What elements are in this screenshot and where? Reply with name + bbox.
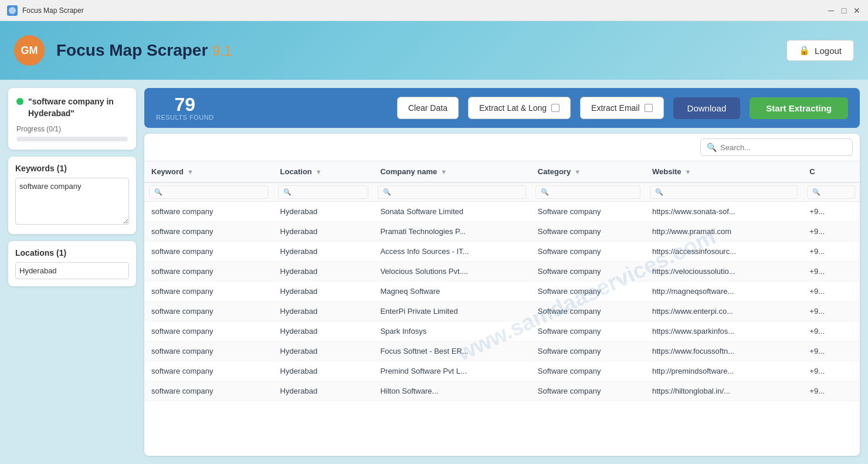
locations-section: Locations (1)	[8, 241, 136, 286]
cell-keyword: software company	[144, 321, 273, 341]
cell-contact: +9...	[802, 262, 860, 282]
close-button[interactable]: ✕	[853, 6, 861, 15]
current-search-text: "software company in Hyderabad"	[28, 96, 128, 119]
cell-category: Software company	[531, 202, 645, 222]
cell-keyword: software company	[144, 262, 273, 282]
table-row: software companyHyderabadPramati Technol…	[144, 222, 860, 242]
cell-location: Hyderabad	[273, 381, 374, 401]
table-row: software companyHyderabadPremind Softwar…	[144, 361, 860, 381]
category-col-filter: 🔍	[531, 182, 645, 202]
title-bar-text: Focus Map Scraper	[22, 6, 827, 15]
extract-email-checkbox[interactable]	[645, 104, 653, 112]
cell-category: Software company	[531, 361, 645, 381]
cell-contact: +9...	[802, 302, 860, 321]
location-col-filter: 🔍	[273, 182, 374, 202]
table-search-bar: 🔍	[144, 134, 860, 161]
avatar: GM	[14, 35, 45, 66]
keywords-section: Keywords (1) software company	[8, 157, 136, 234]
main-layout: "software company in Hyderabad" Progress…	[0, 80, 868, 464]
cell-location: Hyderabad	[273, 302, 374, 321]
cell-company: Hilton Software...	[373, 381, 530, 401]
cell-keyword: software company	[144, 341, 273, 361]
results-label: RESULTS FOUND	[156, 114, 214, 121]
col-header-keyword[interactable]: Keyword ▼	[144, 161, 273, 182]
cell-location: Hyderabad	[273, 202, 374, 222]
cell-company: Sonata Software Limited	[373, 202, 530, 222]
cell-website: http://www.pramati.com	[645, 222, 802, 242]
table-row: software companyHyderabadVelocious Solut…	[144, 262, 860, 282]
cell-website: https://www.sparkinfos...	[645, 321, 802, 341]
cell-category: Software company	[531, 242, 645, 262]
cell-keyword: software company	[144, 242, 273, 262]
cell-contact: +9...	[802, 321, 860, 341]
column-filter-row: 🔍 🔍 🔍 🔍 🔍	[144, 182, 860, 202]
cell-keyword: software company	[144, 381, 273, 401]
col-header-company[interactable]: Company name ▼	[373, 161, 530, 182]
table-container: www.samdaaservices.com 🔍 Keyword	[144, 134, 860, 456]
locations-input[interactable]	[15, 262, 129, 279]
cell-category: Software company	[531, 262, 645, 282]
cell-website: https://accessinfosourc...	[645, 242, 802, 262]
progress-bar-background	[16, 137, 128, 141]
start-extracting-button[interactable]: Start Extracting	[750, 97, 848, 119]
col-header-location[interactable]: Location ▼	[273, 161, 374, 182]
cell-location: Hyderabad	[273, 361, 374, 381]
table-header: Keyword ▼ Location ▼	[144, 161, 860, 202]
app-icon	[7, 5, 18, 16]
location-filter-icon[interactable]: ▼	[316, 168, 322, 175]
cell-company: Velocious Solutions Pvt....	[373, 262, 530, 282]
title-bar: Focus Map Scraper ─ □ ✕	[0, 0, 868, 21]
table-search-icon: 🔍	[707, 143, 717, 152]
app-title: Focus Map Scraper	[56, 41, 208, 59]
search-indicator: "software company in Hyderabad"	[16, 96, 128, 119]
search-card: "software company in Hyderabad" Progress…	[8, 88, 136, 150]
progress-label: Progress (0/1)	[16, 125, 128, 133]
keyword-filter-icon[interactable]: ▼	[187, 168, 194, 175]
category-filter-icon[interactable]: ▼	[574, 168, 581, 175]
cell-contact: +9...	[802, 341, 860, 361]
toolbar: 79 RESULTS FOUND Clear Data Extract Lat …	[144, 88, 860, 128]
svg-point-0	[9, 7, 16, 14]
app-version: 9.1	[212, 43, 232, 59]
extract-email-button[interactable]: Extract Email	[580, 97, 663, 119]
keywords-input[interactable]: software company	[15, 178, 129, 225]
logout-button[interactable]: 🔒 Logout	[786, 40, 854, 61]
cell-location: Hyderabad	[273, 262, 374, 282]
cell-location: Hyderabad	[273, 242, 374, 262]
content-area: 79 RESULTS FOUND Clear Data Extract Lat …	[144, 88, 860, 456]
table-search-wrap: 🔍	[700, 138, 853, 156]
company-filter-icon[interactable]: ▼	[440, 168, 447, 175]
cell-website: https://velocioussolutio...	[645, 262, 802, 282]
table-body: software companyHyderabadSonata Software…	[144, 202, 860, 401]
cell-keyword: software company	[144, 361, 273, 381]
extract-lat-long-checkbox[interactable]	[551, 104, 560, 112]
cell-company: Premind Software Pvt L...	[373, 361, 530, 381]
cell-contact: +9...	[802, 222, 860, 242]
cell-contact: +9...	[802, 242, 860, 262]
cell-contact: +9...	[802, 361, 860, 381]
cell-company: Focus Softnet - Best ER...	[373, 341, 530, 361]
download-button[interactable]: Download	[673, 97, 741, 119]
minimize-button[interactable]: ─	[827, 6, 835, 15]
app-title-group: Focus Map Scraper9.1	[56, 41, 232, 60]
cell-company: Access Info Sources - IT...	[373, 242, 530, 262]
col-header-category[interactable]: Category ▼	[531, 161, 645, 182]
cell-contact: +9...	[802, 381, 860, 401]
col-header-website[interactable]: Website ▼	[645, 161, 802, 182]
header-row: Keyword ▼ Location ▼	[144, 161, 860, 182]
maximize-button[interactable]: □	[840, 6, 848, 15]
sidebar: "software company in Hyderabad" Progress…	[8, 88, 136, 456]
table-row: software companyHyderabadFocus Softnet -…	[144, 341, 860, 361]
table-row: software companyHyderabadMagneq Software…	[144, 282, 860, 302]
col-header-contact[interactable]: C	[802, 161, 860, 182]
table-search-input[interactable]	[720, 143, 846, 152]
cell-category: Software company	[531, 222, 645, 242]
website-filter-icon[interactable]: ▼	[685, 168, 691, 175]
keyword-col-filter: 🔍	[144, 182, 273, 202]
website-col-filter: 🔍	[645, 182, 802, 202]
extract-lat-long-button[interactable]: Extract Lat & Long	[468, 97, 571, 119]
cell-category: Software company	[531, 381, 645, 401]
keywords-title: Keywords (1)	[15, 164, 129, 173]
table-scroll[interactable]: Keyword ▼ Location ▼	[144, 161, 860, 456]
clear-data-button[interactable]: Clear Data	[397, 97, 459, 119]
